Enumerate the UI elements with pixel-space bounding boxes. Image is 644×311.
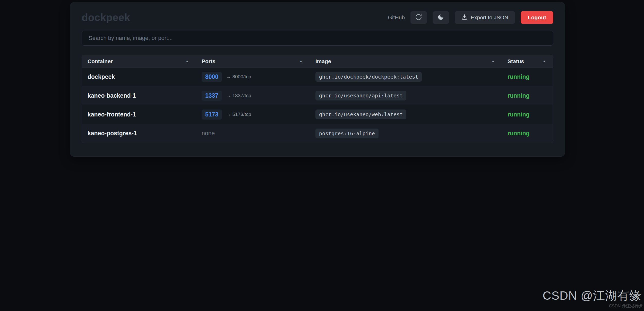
watermark-small-text: CSDN @江湖有缘 [609,304,642,309]
ports-cell: 8000 → 8000/tcp [196,72,310,82]
table-row: kaneo-backend-1 1337 → 1337/tcp ghcr.io/… [82,86,553,105]
image-cell: ghcr.io/usekaneo/api:latest [310,91,502,100]
column-header-ports[interactable]: Ports ▲ [196,58,310,64]
status-badge: running [508,73,530,80]
container-name: kaneo-postgres-1 [88,130,137,137]
refresh-icon [415,14,422,21]
container-cell: kaneo-postgres-1 [82,130,196,137]
search-input[interactable] [82,31,553,46]
logout-button[interactable]: Logout [521,11,553,24]
status-badge: running [508,130,530,137]
column-label: Image [315,58,331,64]
image-cell: ghcr.io/usekaneo/web:latest [310,110,502,119]
ports-cell: 1337 → 1337/tcp [196,91,310,101]
container-name: dockpeek [88,73,115,80]
status-cell: running [502,111,553,118]
port-badge: none [202,128,218,138]
container-cell: dockpeek [82,73,196,80]
search-bar [82,31,553,46]
sort-asc-icon: ▲ [543,60,546,63]
status-badge: running [508,92,530,99]
theme-toggle-button[interactable] [433,11,449,24]
image-chip: ghcr.io/dockpeek/dockpeek:latest [315,72,422,82]
export-json-button[interactable]: Export to JSON [455,11,515,24]
image-chip: ghcr.io/usekaneo/api:latest [315,91,406,100]
port-mapping: → 8000/tcp [226,74,251,80]
port-mapping: → 1337/tcp [226,93,251,98]
export-icon [461,14,468,21]
sort-asc-icon: ▲ [185,60,189,63]
moon-icon [437,14,444,21]
table-header-row: Container ▲ Ports ▲ Image ▲ Status ▲ [82,55,553,68]
app-header: dockpeek GitHub [82,2,553,24]
image-cell: ghcr.io/dockpeek/dockpeek:latest [310,72,502,82]
port-badge[interactable]: 8000 [202,72,222,82]
ports-cell: none [196,128,310,138]
column-header-status[interactable]: Status ▲ [502,58,553,64]
port-mapping: → 5173/tcp [226,112,251,117]
container-cell: kaneo-frontend-1 [82,111,196,118]
image-cell: postgres:16-alpine [310,129,502,138]
column-label: Status [508,58,524,64]
header-actions: GitHub [388,11,553,24]
table-row: dockpeek 8000 → 8000/tcp ghcr.io/dockpee… [82,68,553,86]
status-badge: running [508,111,530,118]
container-name: kaneo-frontend-1 [88,111,136,118]
column-header-image[interactable]: Image ▲ [310,58,502,64]
status-cell: running [502,92,553,99]
container-cell: kaneo-backend-1 [82,92,196,99]
main-panel: dockpeek GitHub [70,2,565,157]
image-chip: postgres:16-alpine [315,129,379,138]
export-button-label: Export to JSON [471,14,508,21]
watermark-text: CSDN @江湖有缘 [543,288,641,304]
column-header-container[interactable]: Container ▲ [82,58,196,64]
table-body: dockpeek 8000 → 8000/tcp ghcr.io/dockpee… [82,68,553,143]
app-logo: dockpeek [82,12,130,23]
ports-cell: 5173 → 5173/tcp [196,110,310,120]
port-badge[interactable]: 5173 [202,110,222,120]
refresh-button[interactable] [410,11,427,24]
table-row: kaneo-frontend-1 5173 → 5173/tcp ghcr.io… [82,105,553,124]
column-label: Container [88,58,113,64]
github-link[interactable]: GitHub [388,14,405,21]
status-cell: running [502,130,553,137]
sort-asc-icon: ▲ [491,60,495,63]
port-badge[interactable]: 1337 [202,91,222,101]
containers-table: Container ▲ Ports ▲ Image ▲ Status ▲ doc… [82,55,553,143]
container-name: kaneo-backend-1 [88,92,136,99]
status-cell: running [502,73,553,80]
image-chip: ghcr.io/usekaneo/web:latest [315,110,406,119]
table-row: kaneo-postgres-1 none postgres:16-alpine… [82,124,553,143]
sort-asc-icon: ▲ [299,60,303,63]
column-label: Ports [202,58,216,64]
